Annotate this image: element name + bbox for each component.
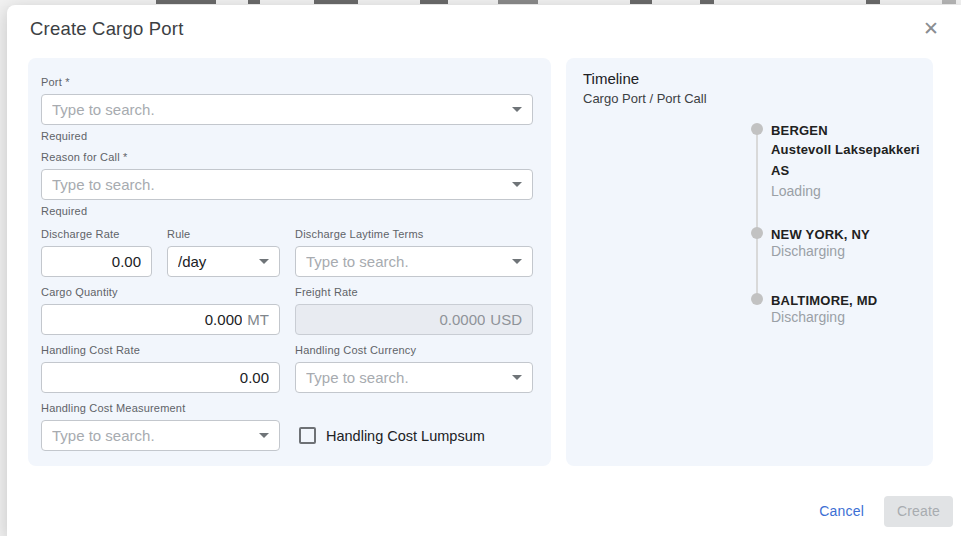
discharge-laytime-terms-input[interactable] (306, 253, 504, 270)
rule-input[interactable] (178, 253, 251, 270)
close-icon[interactable]: ✕ (920, 18, 942, 40)
handling-cost-lumpsum-row[interactable]: Handling Cost Lumpsum (299, 420, 485, 451)
discharge-laytime-terms-label: Discharge Laytime Terms (295, 227, 533, 241)
background-text-fragment (420, 0, 448, 4)
rule-select[interactable] (167, 246, 280, 277)
timeline-entry-name: Austevoll Laksepakkeri AS (771, 139, 929, 181)
timeline-entry: BALTIMORE, MD Discharging (771, 292, 929, 326)
chevron-down-icon (512, 107, 522, 112)
timeline-entry: NEW YORK, NY Discharging (771, 226, 929, 260)
timeline-dot (751, 227, 763, 239)
timeline-entry-port: BERGEN (771, 122, 929, 139)
dialog-title: Create Cargo Port (30, 18, 184, 40)
create-cargo-port-dialog: Create Cargo Port ✕ Port * Required Reas… (7, 5, 961, 536)
cargo-quantity-unit: MT (247, 311, 269, 328)
background-text-fragment (156, 0, 216, 4)
form-panel: Port * Required Reason for Call * Requir… (28, 58, 551, 466)
handling-cost-rate-input[interactable] (52, 369, 269, 386)
timeline-connector-line (756, 129, 758, 299)
chevron-down-icon (512, 182, 522, 187)
chevron-down-icon (259, 433, 269, 438)
freight-rate-unit: USD (490, 311, 522, 328)
background-text-fragment (498, 0, 538, 4)
handling-cost-measurement-select[interactable] (41, 420, 280, 451)
cargo-quantity-label: Cargo Quantity (41, 285, 280, 299)
reason-for-call-helper: Required (41, 205, 533, 217)
background-text-fragment (314, 0, 358, 4)
handling-cost-measurement-label: Handling Cost Measurement (41, 401, 280, 415)
discharge-rate-field[interactable] (41, 246, 152, 277)
timeline-dot (751, 293, 763, 305)
port-input[interactable] (52, 101, 504, 118)
port-label: Port * (41, 75, 533, 89)
timeline-subtitle: Cargo Port / Port Call (583, 91, 707, 106)
background-text-fragment (248, 0, 260, 4)
timeline-entry-port: NEW YORK, NY (771, 226, 929, 243)
discharge-rate-input[interactable] (52, 253, 141, 270)
rule-label: Rule (167, 227, 280, 241)
timeline-title: Timeline (583, 70, 639, 87)
discharge-rate-label: Discharge Rate (41, 227, 152, 241)
reason-for-call-label: Reason for Call * (41, 150, 533, 164)
cancel-button[interactable]: Cancel (807, 495, 876, 527)
port-select[interactable] (41, 94, 533, 125)
handling-cost-rate-field[interactable] (41, 362, 280, 393)
freight-rate-field: USD (295, 304, 533, 335)
background-text-fragment (866, 0, 880, 4)
create-button[interactable]: Create (884, 496, 953, 527)
cargo-quantity-input[interactable] (52, 311, 242, 328)
handling-cost-currency-input[interactable] (306, 369, 504, 386)
handling-cost-lumpsum-label: Handling Cost Lumpsum (326, 428, 485, 444)
reason-for-call-input[interactable] (52, 176, 504, 193)
discharge-laytime-terms-select[interactable] (295, 246, 533, 277)
timeline-entry: BERGEN Austevoll Laksepakkeri AS Loading (771, 122, 929, 201)
background-text-fragment (630, 0, 652, 4)
port-helper: Required (41, 130, 533, 142)
timeline-dot (751, 123, 763, 135)
timeline-entry-status: Discharging (771, 309, 929, 326)
background-text-fragment (700, 0, 714, 4)
chevron-down-icon (512, 375, 522, 380)
background-text-fragment (942, 0, 956, 4)
dialog-footer: Cancel Create (807, 495, 953, 527)
freight-rate-input (306, 311, 485, 328)
timeline-entry-status: Discharging (771, 243, 929, 260)
timeline-entry-status: Loading (771, 181, 929, 201)
background-page-strip-left (0, 6, 7, 536)
handling-cost-rate-label: Handling Cost Rate (41, 343, 280, 357)
handling-cost-measurement-input[interactable] (52, 427, 251, 444)
chevron-down-icon (512, 259, 522, 264)
reason-for-call-select[interactable] (41, 169, 533, 200)
cargo-quantity-field[interactable]: MT (41, 304, 280, 335)
timeline-entry-port: BALTIMORE, MD (771, 292, 929, 309)
handling-cost-currency-label: Handling Cost Currency (295, 343, 533, 357)
freight-rate-label: Freight Rate (295, 285, 533, 299)
timeline-panel: Timeline Cargo Port / Port Call BERGEN A… (566, 58, 933, 466)
handling-cost-lumpsum-checkbox[interactable] (299, 427, 316, 444)
handling-cost-currency-select[interactable] (295, 362, 533, 393)
chevron-down-icon (259, 259, 269, 264)
